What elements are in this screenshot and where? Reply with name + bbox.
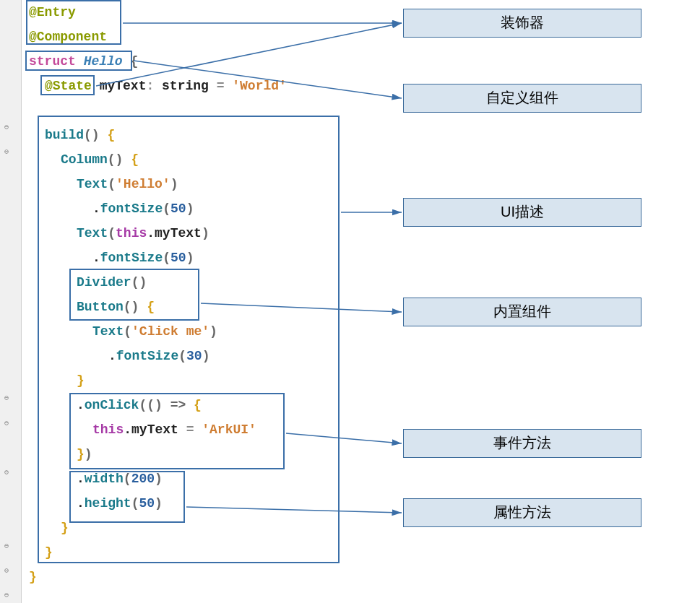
fold-icon: ⊖ [4, 147, 9, 156]
code-block: @Entry @Component struct Hello { @State … [29, 0, 376, 589]
struct-line: struct Hello { [29, 49, 376, 74]
fold-icon: ⊖ [4, 542, 9, 550]
label-decorator: 装饰器 [403, 9, 641, 38]
gutter: ⊖ ⊖ ⊖ ⊖ ⊖ ⊖ ⊖ ⊖ [0, 0, 22, 603]
state-line: @State myText: string = 'World' [29, 74, 376, 98]
fold-icon: ⊖ [4, 394, 9, 402]
divider-line: Divider() [29, 270, 376, 295]
height-line: .height(50) [29, 491, 376, 516]
column-line: Column() { [29, 147, 376, 172]
label-custom-component: 自定义组件 [403, 84, 641, 113]
label-ui-description: UI描述 [403, 198, 641, 227]
fold-icon: ⊖ [4, 591, 9, 599]
fold-icon: ⊖ [4, 468, 9, 477]
build-line: build() { [29, 123, 376, 147]
label-attribute-method: 属性方法 [403, 498, 641, 527]
label-builtin-component: 内置组件 [403, 298, 641, 326]
fold-icon: ⊖ [4, 419, 9, 428]
fold-icon: ⊖ [4, 123, 9, 131]
decorator-entry: @Entry [29, 0, 76, 25]
onclick-line: .onClick(() => { [29, 393, 376, 417]
label-event-method: 事件方法 [403, 429, 641, 458]
width-line: .width(200) [29, 467, 376, 491]
decorator-component: @Component [29, 25, 107, 49]
button-line: Button() { [29, 295, 376, 319]
fold-icon: ⊖ [4, 566, 9, 575]
